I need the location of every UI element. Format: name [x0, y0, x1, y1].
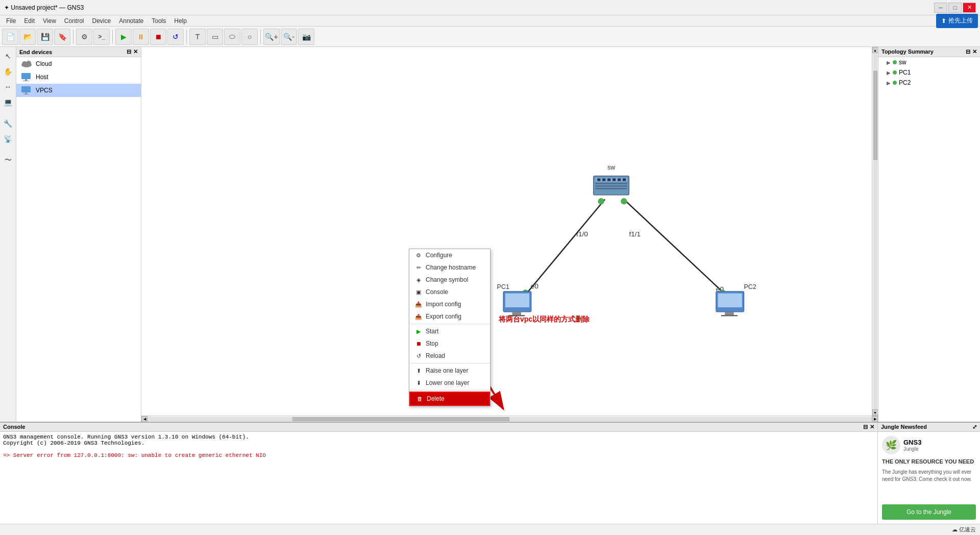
menu-device[interactable]: Device [88, 16, 115, 26]
close-button[interactable]: ✕ [963, 3, 976, 13]
h-scroll-track[interactable] [148, 417, 872, 421]
h-scrollbar[interactable]: ◀ ▶ [141, 416, 878, 422]
v-scroll-track[interactable] [873, 53, 877, 409]
pointer-tool[interactable]: ↖ [1, 49, 15, 63]
topo-arrow-sw: ▶ [887, 60, 891, 65]
screenshot-button[interactable]: 📷 [298, 29, 314, 45]
capture-tool[interactable]: 📡 [1, 132, 15, 146]
right-sidebar-float-icon[interactable]: ⊟ [966, 48, 970, 55]
topology-tool[interactable]: 〜 [1, 153, 15, 167]
device-cloud[interactable]: Cloud [16, 57, 141, 70]
svg-rect-16 [607, 179, 610, 181]
scroll-down-btn[interactable]: ▼ [872, 409, 878, 416]
zoom-in-button[interactable]: 🔍+ [263, 29, 280, 45]
import-config-icon: 📥 [414, 300, 423, 308]
device-vpcs[interactable]: VPCS [16, 84, 141, 97]
change-hostname-icon: ✏ [414, 263, 423, 272]
console-close-icon[interactable]: ✕ [870, 424, 874, 430]
scroll-right-btn[interactable]: ▶ [872, 416, 878, 422]
ctx-reload[interactable]: ↺ Reload [409, 350, 490, 362]
zoom-reset-button[interactable]: >_ [93, 29, 110, 45]
annotate-text-button[interactable]: T [189, 29, 206, 45]
ctx-stop[interactable]: ⏹ Stop [409, 337, 490, 350]
ctx-console[interactable]: ▣ Console [409, 286, 490, 298]
menu-file[interactable]: File [2, 16, 20, 26]
ctx-export-config[interactable]: 📤 Export config [409, 310, 490, 323]
console-line-2: Copyright (c) 2006-2019 GNS3 Technologie… [3, 440, 874, 446]
annotate-ellipse-button[interactable]: ⬭ [224, 29, 240, 45]
menu-tools[interactable]: Tools [148, 16, 170, 26]
jungle-expand-icon[interactable]: ⤢ [972, 424, 977, 430]
ctx-change-symbol[interactable]: ◈ Change symbol [409, 274, 490, 286]
v-scrollbar[interactable]: ▲ ▼ [872, 47, 878, 416]
ctx-start[interactable]: ▶ Start [409, 325, 490, 337]
maximize-button[interactable]: □ [948, 3, 962, 13]
cloud-svg [20, 60, 33, 68]
svg-rect-11 [595, 183, 627, 184]
topo-item-pc1[interactable]: ▶ PC1 [878, 67, 980, 78]
zoom-out-button[interactable]: 🔍- [281, 29, 297, 45]
stop-all-button[interactable]: ⏹ [150, 29, 166, 45]
topo-item-sw[interactable]: ▶ sw [878, 57, 980, 67]
vpcs-label: VPCS [36, 87, 53, 94]
configure-icon: ⚙ [414, 251, 423, 259]
start-all-button[interactable]: ▶ [115, 29, 132, 45]
ctx-change-hostname[interactable]: ✏ Change hostname [409, 261, 490, 274]
console-tool[interactable]: 💻 [1, 95, 15, 109]
annotate-circle-button[interactable]: ○ [241, 29, 258, 45]
console-float-icon[interactable]: ⊟ [863, 424, 868, 430]
menu-edit[interactable]: Edit [20, 16, 39, 26]
svg-rect-22 [505, 294, 529, 307]
link-sw-pc1 [526, 200, 605, 295]
jungle-headline: THE ONLY RESOURCE YOU NEED [882, 458, 976, 465]
move-tool[interactable]: ✋ [1, 64, 15, 79]
device-host[interactable]: Host [16, 70, 141, 84]
menu-annotate[interactable]: Annotate [115, 16, 148, 26]
node-sw[interactable]: sw [594, 164, 629, 195]
menu-view[interactable]: View [39, 16, 60, 26]
upload-label: 抢先上传 [948, 16, 973, 25]
ctx-lower-layer[interactable]: ⬇ Lower one layer [409, 377, 490, 389]
open-project-button[interactable]: 📂 [19, 29, 36, 45]
h-scroll-thumb[interactable] [292, 417, 510, 421]
jungle-brand: GNS3 [903, 439, 921, 446]
upload-button[interactable]: ⬆ 抢先上传 [936, 14, 978, 28]
jungle-body: The Jungle has everything you will ever … [882, 469, 976, 483]
right-sidebar: Topology Summary ⊟ ✕ ▶ sw ▶ PC1 ▶ PC2 [878, 47, 980, 422]
go-to-jungle-button[interactable]: Go to the Jungle [882, 504, 976, 520]
window-controls: ─ □ ✕ [934, 3, 976, 13]
v-scroll-thumb[interactable] [873, 71, 877, 160]
right-sidebar-header: Topology Summary ⊟ ✕ [878, 47, 980, 57]
menu-help[interactable]: Help [170, 16, 191, 26]
minimize-button[interactable]: ─ [934, 3, 947, 13]
ctx-export-config-label: Export config [426, 313, 461, 320]
link-tool[interactable]: ↔ [1, 80, 15, 94]
ctx-delete[interactable]: 🗑 Delete [409, 392, 490, 406]
menu-control[interactable]: Control [60, 16, 88, 26]
right-sidebar-close-icon[interactable]: ✕ [972, 48, 977, 55]
scroll-left-btn[interactable]: ◀ [141, 416, 148, 422]
scroll-up-btn[interactable]: ▲ [872, 47, 878, 53]
save-project-button[interactable]: 💾 [37, 29, 53, 45]
left-sidebar: End devices ⊟ ✕ Cloud [16, 47, 141, 422]
snapshot-button[interactable]: 🔖 [54, 29, 70, 45]
ctx-import-config[interactable]: 📥 Import config [409, 298, 490, 310]
jungle-logo-textgroup: GNS3 Jungle [903, 439, 921, 452]
ctx-configure[interactable]: ⚙ Configure [409, 249, 490, 261]
canvas-area[interactable]: f1/0 f1/1 e0 e0 [141, 47, 878, 422]
node-pc1[interactable]: PC1 [497, 283, 531, 316]
link-dot-sw-2 [621, 198, 627, 204]
sidebar-collapse-icon[interactable]: ⊟ [127, 48, 131, 55]
filter-tool[interactable]: 🔧 [1, 116, 15, 131]
reload-all-button[interactable]: ↺ [167, 29, 184, 45]
pause-all-button[interactable]: ⏸ [133, 29, 149, 45]
annotate-rect-button[interactable]: ▭ [207, 29, 223, 45]
topo-item-pc2[interactable]: ▶ PC2 [878, 78, 980, 88]
svg-rect-15 [602, 179, 605, 181]
ctx-raise-layer[interactable]: ⬆ Raise one layer [409, 364, 490, 377]
console-content: GNS3 management console. Running GNS3 ve… [0, 432, 877, 524]
new-project-button[interactable]: 📄 [2, 29, 18, 45]
sidebar-close-icon[interactable]: ✕ [133, 48, 138, 55]
preferences-button[interactable]: ⚙ [76, 29, 92, 45]
svg-rect-5 [23, 81, 29, 81]
